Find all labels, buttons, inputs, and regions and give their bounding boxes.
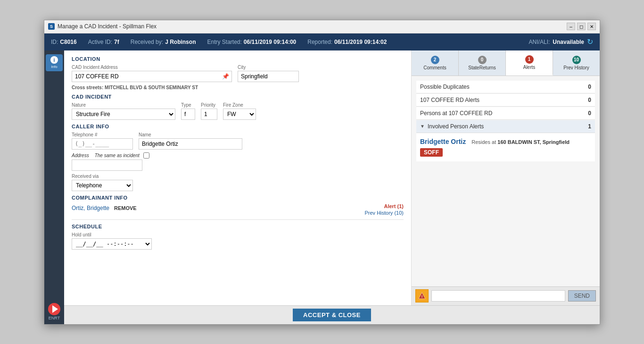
sidebar-enrt: ENRT (48, 302, 61, 320)
involved-persons-label: Involved Person Alerts (428, 123, 484, 130)
persons-at-coffee-rd-count: 0 (588, 110, 591, 117)
caller-info-section-title: CALLER INFO (72, 124, 404, 129)
involved-persons-header[interactable]: ▼ Involved Person Alerts 1 (416, 120, 595, 133)
telephone-label: Telephone # (72, 132, 133, 137)
app-icon: S (48, 23, 55, 30)
sidebar: i Info ENRT (44, 50, 64, 324)
person-info-row: SOFF (420, 148, 591, 157)
person-card: Bridgette Ortiz Resides at 160 BALDWIN S… (416, 133, 595, 161)
enrt-icon (48, 302, 61, 316)
same-as-incident-checkbox[interactable] (143, 152, 149, 159)
type-label: Type (181, 102, 195, 108)
coffee-rd-alerts-count: 0 (588, 97, 591, 103)
person-address: Resides at 160 BALDWIN ST, Springfield (471, 139, 570, 145)
hold-until-input[interactable]: __/__/__ --:--:-- (72, 238, 152, 250)
alerts-tab-label: Alerts (523, 65, 536, 70)
reported-value: 06/11/2019 09:14:02 (334, 39, 387, 45)
ani-ali-value: Unavailable (553, 39, 584, 45)
persons-at-coffee-rd-text: Persons at 107 COFFEE RD (420, 110, 492, 117)
received-by-value: J Robinson (165, 39, 196, 45)
firezone-label: Fire Zone (223, 102, 256, 108)
address-input[interactable] (72, 71, 232, 82)
form-area: LOCATION CAD Incident Address 📌 City (64, 50, 411, 305)
alerts-badge: 1 (525, 55, 534, 64)
id-label: ID: (51, 39, 58, 45)
possible-duplicates-count: 0 (588, 84, 591, 90)
send-button[interactable]: SEND (568, 290, 596, 302)
involved-persons-count: 1 (588, 123, 591, 130)
received-by-label: Received by: (131, 39, 163, 45)
priority-input[interactable] (201, 109, 217, 120)
caller-address-input[interactable] (72, 159, 142, 171)
address-label2: Address (72, 153, 89, 158)
alert-row: Possible Duplicates 0 (416, 81, 595, 93)
state-returns-badge: 0 (478, 56, 487, 64)
entry-started-value: 06/11/2019 09:14:00 (244, 39, 296, 45)
alert-row: Persons at 107 COFFEE RD 0 (416, 107, 595, 120)
refresh-icon[interactable]: ↻ (587, 37, 593, 46)
complainant-info-row: Ortiz, Bridgette REMOVE (72, 205, 137, 211)
caller-name-input[interactable] (139, 138, 242, 150)
address-label: CAD Incident Address (72, 65, 232, 70)
telephone-input[interactable] (72, 138, 133, 150)
message-input[interactable] (431, 290, 565, 302)
state-returns-tab-label: StateReturns (468, 65, 495, 70)
tab-comments[interactable]: 2 Comments (412, 50, 459, 76)
alert-row: 107 COFFEE RD Alerts 0 (416, 94, 595, 107)
city-input[interactable] (238, 71, 299, 82)
soff-badge: SOFF (420, 148, 443, 157)
prev-history-badge: 10 (572, 56, 581, 64)
pin-icon: 📌 (222, 73, 229, 80)
restore-button[interactable]: ◻ (577, 23, 586, 30)
firezone-select[interactable]: FW FN FS FE (223, 109, 256, 120)
warning-icon-button[interactable]: ! (415, 289, 429, 302)
close-button[interactable]: ✕ (587, 23, 596, 30)
cross-streets: Cross streets: MITCHELL BLVD & SOUTH SEM… (72, 85, 404, 90)
info-icon: i (50, 56, 58, 64)
type-input[interactable] (181, 109, 195, 120)
alerts-panel-content: Possible Duplicates 0 107 COFFEE RD Aler… (412, 76, 600, 286)
active-id-value: 7f (114, 39, 119, 45)
cad-incident-section-title: CAD INCIDENT (72, 94, 404, 100)
id-value: C8016 (60, 39, 76, 45)
reported-label: Reported: (307, 39, 332, 45)
window-title: Manage a CAD Incident - Spillman Flex (58, 23, 157, 30)
enrt-label: ENRT (49, 316, 60, 320)
same-as-incident-label: The same as incident (95, 153, 140, 158)
received-via-label: Received via (72, 174, 133, 179)
complaint-links: Alert (1) Prev History (10) (364, 203, 404, 216)
city-label: City (238, 65, 299, 70)
complainant-link[interactable]: Ortiz, Bridgette (72, 205, 109, 211)
prev-history-tab-label: Prev History (563, 65, 589, 70)
possible-duplicates-text: Possible Duplicates (420, 84, 470, 90)
panel-bottom-bar: ! SEND (412, 286, 600, 305)
minimize-button[interactable]: – (567, 23, 575, 30)
coffee-rd-alerts-text: 107 COFFEE RD Alerts (420, 97, 479, 103)
chevron-down-icon: ▼ (420, 124, 425, 129)
alert-link[interactable]: Alert (1) (384, 203, 404, 209)
right-panel: 2 Comments 0 StateReturns 1 Alerts 10 (411, 50, 600, 305)
sidebar-info-label: Info (51, 65, 57, 69)
priority-label: Priority (201, 102, 217, 108)
received-via-select[interactable]: Telephone Radio Walk-in Other (72, 180, 133, 191)
location-section-title: LOCATION (72, 56, 404, 62)
accept-close-button[interactable]: ACCEPT & CLOSE (293, 309, 371, 321)
svg-text:!: ! (421, 294, 423, 299)
tab-alerts[interactable]: 1 Alerts (506, 50, 553, 76)
tabs-bar: 2 Comments 0 StateReturns 1 Alerts 10 (412, 50, 600, 76)
nature-label: Nature (72, 102, 175, 108)
entry-started-label: Entry Started: (207, 39, 241, 45)
nature-select[interactable]: Structure Fire (72, 109, 175, 120)
remove-button[interactable]: REMOVE (114, 205, 137, 211)
comments-badge: 2 (431, 56, 439, 64)
tab-state-returns[interactable]: 0 StateReturns (459, 50, 506, 76)
bottom-bar: ACCEPT & CLOSE (64, 305, 600, 324)
caller-name-label: Name (139, 132, 242, 137)
app-header: ID: C8016 Active ID: 7f Received by: J R… (44, 34, 600, 50)
sidebar-info-button[interactable]: i Info (46, 54, 63, 71)
schedule-section-title: SCHEDULE (72, 224, 404, 229)
comments-tab-label: Comments (423, 65, 446, 70)
tab-prev-history[interactable]: 10 Prev History (553, 50, 600, 76)
person-name-link[interactable]: Bridgette Ortiz (420, 138, 466, 145)
prev-history-link[interactable]: Prev History (10) (364, 210, 404, 216)
